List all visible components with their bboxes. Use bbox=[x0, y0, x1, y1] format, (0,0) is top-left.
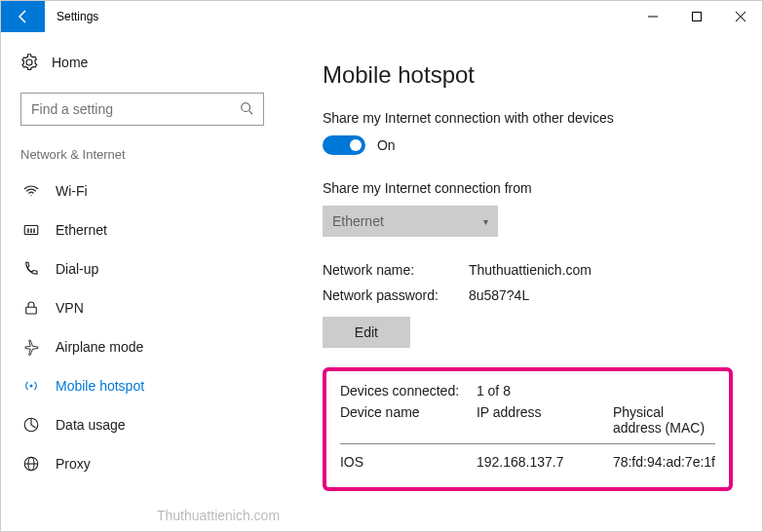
sidebar-item-label: Mobile hotspot bbox=[56, 378, 144, 394]
window-title: Settings bbox=[45, 1, 110, 32]
devices-col-ip: IP address bbox=[477, 404, 613, 436]
share-connection-label: Share my Internet connection with other … bbox=[323, 110, 733, 126]
share-from-value: Ethernet bbox=[332, 213, 384, 229]
svg-rect-1 bbox=[692, 13, 701, 21]
minimize-button[interactable] bbox=[630, 1, 674, 32]
hotspot-icon bbox=[22, 377, 40, 395]
gear-icon bbox=[20, 54, 38, 71]
airplane-icon bbox=[22, 338, 40, 356]
svg-point-4 bbox=[242, 102, 250, 111]
minimize-icon bbox=[648, 12, 658, 21]
sidebar-item-airplane[interactable]: Airplane mode bbox=[20, 327, 264, 366]
devices-col-mac: Physical address (MAC) bbox=[613, 404, 715, 436]
table-row: IOS 192.168.137.7 78:fd:94:ad:7e:1f bbox=[340, 454, 715, 470]
titlebar: Settings bbox=[1, 1, 762, 32]
wifi-icon bbox=[22, 182, 40, 200]
main-panel: Mobile hotspot Share my Internet connect… bbox=[284, 32, 762, 531]
sidebar-item-hotspot[interactable]: Mobile hotspot bbox=[20, 366, 264, 405]
device-ip: 192.168.137.7 bbox=[477, 454, 613, 470]
sidebar-item-label: Dial-up bbox=[56, 261, 98, 277]
sidebar-item-vpn[interactable]: VPN bbox=[20, 288, 264, 327]
devices-connected-label: Devices connected: bbox=[340, 383, 477, 399]
maximize-icon bbox=[692, 12, 702, 21]
share-toggle[interactable] bbox=[323, 135, 365, 155]
devices-connected-value: 1 of 8 bbox=[477, 383, 613, 399]
share-toggle-state: On bbox=[377, 137, 396, 153]
devices-connected-box: Devices connected: 1 of 8 Device name IP… bbox=[323, 367, 733, 491]
sidebar-category: Network & Internet bbox=[20, 147, 264, 162]
proxy-icon bbox=[22, 455, 40, 473]
share-from-dropdown[interactable]: Ethernet ▾ bbox=[323, 206, 498, 237]
sidebar-item-ethernet[interactable]: Ethernet bbox=[20, 210, 264, 249]
chevron-down-icon: ▾ bbox=[483, 216, 488, 227]
svg-point-11 bbox=[30, 385, 33, 388]
device-name: IOS bbox=[340, 454, 477, 470]
sidebar-item-wifi[interactable]: Wi-Fi bbox=[20, 171, 264, 210]
watermark: Thuthuattienich.com bbox=[157, 508, 280, 523]
close-button[interactable] bbox=[718, 1, 762, 32]
maximize-button[interactable] bbox=[674, 1, 718, 32]
sidebar-item-label: Wi-Fi bbox=[56, 183, 88, 199]
ethernet-icon bbox=[22, 221, 40, 239]
network-password-label: Network password: bbox=[323, 287, 469, 303]
devices-divider bbox=[340, 443, 715, 444]
network-name-value: Thuthuattienich.com bbox=[469, 262, 591, 278]
sidebar-item-label: Ethernet bbox=[56, 222, 107, 238]
sidebar-item-label: Data usage bbox=[56, 417, 126, 433]
sidebar: Home Network & Internet Wi-Fi Ethernet D… bbox=[1, 32, 284, 531]
vpn-icon bbox=[22, 299, 40, 317]
datausage-icon bbox=[22, 416, 40, 434]
svg-rect-8 bbox=[30, 229, 32, 234]
sidebar-item-label: Proxy bbox=[56, 456, 91, 472]
sidebar-home[interactable]: Home bbox=[20, 50, 264, 75]
edit-button[interactable]: Edit bbox=[323, 317, 410, 348]
sidebar-item-datausage[interactable]: Data usage bbox=[20, 405, 264, 444]
close-icon bbox=[736, 12, 745, 21]
share-from-label: Share my Internet connection from bbox=[323, 180, 733, 196]
back-button[interactable] bbox=[1, 1, 45, 32]
sidebar-item-proxy[interactable]: Proxy bbox=[20, 444, 264, 483]
search-input[interactable] bbox=[31, 101, 240, 117]
search-icon bbox=[240, 101, 253, 118]
svg-line-5 bbox=[249, 110, 253, 114]
sidebar-item-dialup[interactable]: Dial-up bbox=[20, 249, 264, 288]
sidebar-home-label: Home bbox=[52, 55, 88, 70]
search-input-container[interactable] bbox=[20, 93, 264, 126]
devices-col-name: Device name bbox=[340, 404, 477, 436]
svg-rect-7 bbox=[27, 229, 29, 234]
svg-rect-10 bbox=[26, 307, 37, 314]
device-mac: 78:fd:94:ad:7e:1f bbox=[613, 454, 715, 470]
page-title: Mobile hotspot bbox=[323, 61, 733, 89]
dialup-icon bbox=[22, 260, 40, 278]
network-password-value: 8u587?4L bbox=[469, 287, 529, 303]
svg-rect-9 bbox=[33, 229, 35, 234]
arrow-left-icon bbox=[16, 9, 31, 24]
sidebar-item-label: Airplane mode bbox=[56, 339, 143, 355]
sidebar-item-label: VPN bbox=[56, 300, 84, 316]
network-name-label: Network name: bbox=[323, 262, 469, 278]
